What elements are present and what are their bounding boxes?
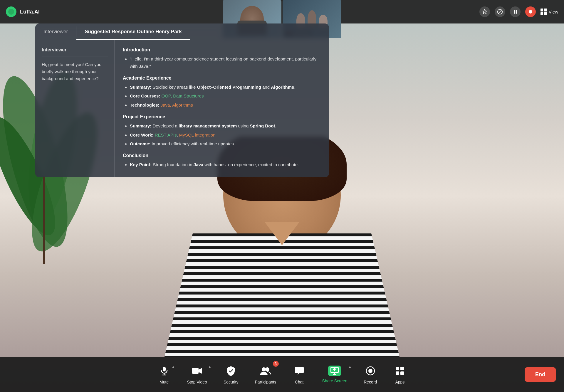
svg-point-14 [262,367,266,371]
rest-label: REST APIs [155,132,177,137]
apps-label: Apps [395,380,404,384]
video-icon [191,364,204,377]
chat-icon [293,364,306,377]
bottom-toolbar: Mute ▲ Stop Video ▲ Security [0,357,564,392]
svg-point-15 [265,367,269,371]
luffa-logo-inner [8,9,14,15]
top-bar-right: View [479,6,558,17]
record-stop-button[interactable] [525,6,536,17]
svg-rect-22 [396,367,399,370]
svg-rect-24 [396,371,399,375]
record-label: Record [364,380,377,384]
mute-label: Mute [160,380,169,384]
svg-point-9 [529,10,532,14]
record-button[interactable]: Record [355,357,385,392]
summary-label: Summary: [130,85,151,90]
overlay-panel: Interviewer Suggested Response Outline H… [35,23,329,177]
svg-rect-13 [192,368,199,374]
mute-arrow[interactable]: ▲ [172,365,175,368]
project-summary-label: Summary: [130,123,151,128]
end-button[interactable]: End [525,367,556,382]
stop-video-button[interactable]: Stop Video ▲ [179,357,215,392]
library-label: library management system [179,123,237,128]
project-bullet-1: Summary: Developed a library management … [130,122,321,130]
record-icon [364,364,377,377]
participants-label: Participants [255,380,276,384]
svg-line-6 [498,10,502,14]
section-project: Project Experience [123,114,321,120]
svg-rect-16 [295,367,304,373]
tech-label: Technologies: [130,102,160,107]
luffa-logo [6,6,16,17]
pause-button[interactable] [510,6,521,17]
security-button[interactable]: Security [215,357,247,392]
interviewer-title: Interviewer [42,47,108,56]
mysql-label: MySQL integration [179,132,216,137]
academic-bullet-3: Technologies: Java, Algorithms [130,102,321,109]
panel-header: Interviewer Suggested Response Outline H… [35,23,329,40]
interviewer-text: Hi, great to meet you! Can you briefly w… [42,61,108,82]
mute-button[interactable]: Mute ▲ [150,357,179,392]
academic-bullets: Summary: Studied key areas like Object–O… [123,84,321,109]
apps-button[interactable]: Apps [385,357,414,392]
section-conclusion: Conclusion [123,153,321,158]
courses-label: Core Courses: [130,93,160,98]
spring-label: Spring Boot [250,123,275,128]
svg-point-21 [368,369,372,373]
intro-bullet-1: "Hello, I'm a third-year computer scienc… [130,55,321,70]
interviewer-column: Interviewer Hi, great to meet you! Can y… [35,40,115,177]
top-bar-left: Luffa.AI [6,6,40,17]
oop-label: Object–Oriented Programming [197,85,261,90]
share-screen-arrow[interactable]: ▲ [348,365,351,368]
section-introduction: Introduction [123,47,321,53]
share-screen-button[interactable]: Share Screen ▲ [314,357,356,392]
academic-bullet-2: Core Courses: OOP, Data Structures [130,92,321,100]
tab-interviewer[interactable]: Interviewer [35,23,76,40]
project-bullet-2: Core Work: REST APIs, MySQL integration [130,132,321,139]
tab-response[interactable]: Suggested Response Outline Henry Park [76,23,190,40]
introduction-bullets: "Hello, I'm a third-year computer scienc… [123,55,321,70]
conclusion-bullet-1: Key Point: Strong foundation in Java wit… [130,161,321,169]
project-bullets: Summary: Developed a library management … [123,122,321,148]
mic-icon [158,364,171,377]
share-screen-label: Share Screen [322,378,348,383]
section-academic: Academic Experience [123,75,321,81]
stop-video-label: Stop Video [187,380,207,384]
participants-button[interactable]: Participants 3 [246,357,284,392]
tech-values: Java, Algorithms [161,102,193,107]
response-column: Introduction "Hello, I'm a third-year co… [115,40,329,177]
key-point-label: Key Point: [130,162,152,167]
share-screen-icon [328,366,341,376]
apps-icon [393,364,406,377]
participants-icon [259,364,272,377]
project-bullet-3: Outcome: Improved efficiency with real-t… [130,140,321,148]
svg-rect-23 [400,367,404,370]
svg-rect-7 [514,10,515,14]
chat-button[interactable]: Chat [285,357,314,392]
stop-video-arrow[interactable]: ▲ [208,365,211,368]
svg-rect-8 [516,10,516,14]
svg-rect-25 [400,371,404,375]
java-label: Java [194,162,203,167]
outcome-label: Outcome: [130,141,150,146]
security-label: Security [224,380,239,384]
svg-rect-10 [163,367,166,371]
chat-label: Chat [295,380,304,384]
pin-button[interactable] [479,6,490,17]
view-button[interactable]: View [540,9,558,15]
courses-values: OOP, Data Structures [162,93,204,98]
core-work-label: Core Work: [130,132,154,137]
panel-body: Interviewer Hi, great to meet you! Can y… [35,40,329,177]
participants-badge: 3 [273,361,279,367]
conclusion-bullets: Key Point: Strong foundation in Java wit… [123,161,321,169]
app-name: Luffa.AI [20,9,40,15]
academic-bullet-1: Summary: Studied key areas like Object–O… [130,84,321,91]
shield-icon [224,364,237,377]
nomic-button[interactable] [495,6,505,17]
algorithms-label: Algorithms [271,85,294,90]
